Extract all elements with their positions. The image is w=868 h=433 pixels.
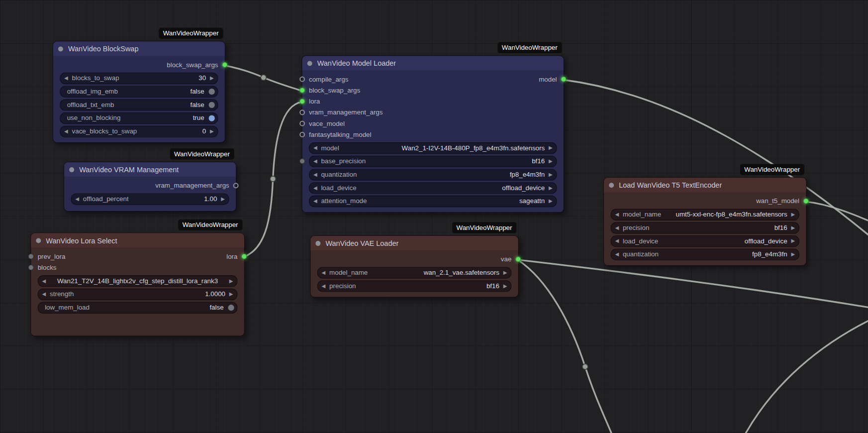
widget-load_device[interactable]: ◀load_deviceoffload_device▶ — [611, 235, 799, 246]
node-blockswap[interactable]: WanVideoWrapperWanVideo BlockSwapblock_s… — [53, 41, 225, 143]
widget-precision[interactable]: ◀precisionbf16▶ — [317, 280, 512, 292]
widget-model[interactable]: ◀modelWan2_1-I2V-14B-480P_fp8_e4m3fn.saf… — [309, 142, 557, 153]
collapse-dot-icon[interactable] — [58, 46, 63, 51]
decrement-arrow-icon[interactable]: ◀ — [611, 236, 623, 246]
next-option-arrow-icon[interactable]: ▶ — [225, 276, 237, 286]
vae-output-port[interactable] — [515, 256, 521, 262]
decrement-arrow-icon[interactable]: ◀ — [309, 196, 321, 206]
widget-model_name[interactable]: ◀model_namewan_2.1_vae.safetensors▶ — [317, 267, 512, 278]
decrement-arrow-icon[interactable]: ◀ — [309, 169, 321, 180]
increment-arrow-icon[interactable]: ▶ — [545, 183, 556, 193]
decrement-arrow-icon[interactable]: ◀ — [611, 249, 623, 259]
widget-row: ◀vace_blocks_to_swap0▶ — [60, 124, 218, 138]
widget-strength[interactable]: ◀strength1.0000▶ — [38, 288, 238, 300]
app-viewport: WanVideoWrapperWanVideo BlockSwapblock_s… — [0, 0, 868, 433]
increment-arrow-icon[interactable]: ▶ — [206, 73, 217, 83]
decrement-arrow-icon[interactable]: ◀ — [318, 267, 329, 278]
base_precision-input-port[interactable] — [299, 158, 305, 164]
widget-load_device[interactable]: ◀load_deviceoffload_device▶ — [309, 182, 557, 194]
collapse-dot-icon[interactable] — [307, 61, 312, 66]
widget-row: ◀blocks_to_swap30▶ — [60, 72, 218, 85]
toggle-knob[interactable] — [228, 305, 234, 311]
node-lora-select[interactable]: WanVideoWrapperWanVideo Lora Selectprev_… — [30, 232, 245, 336]
decrement-arrow-icon[interactable]: ◀ — [60, 126, 72, 136]
widget-offload_percent[interactable]: ◀offload_percent1.00▶ — [71, 193, 229, 205]
node-model-loader[interactable]: WanVideoWrapperWanVideo Model Loadercomp… — [302, 55, 565, 213]
widget-quantization[interactable]: ◀quantizationfp8_e4m3fn▶ — [309, 169, 557, 180]
decrement-arrow-icon[interactable]: ◀ — [318, 281, 329, 291]
graph-canvas[interactable]: WanVideoWrapperWanVideo BlockSwapblock_s… — [0, 0, 868, 433]
collapse-dot-icon[interactable] — [69, 167, 74, 172]
model-output-port[interactable] — [561, 77, 566, 82]
increment-arrow-icon[interactable]: ▶ — [787, 209, 799, 219]
block_swap_args-output-port[interactable] — [222, 62, 227, 68]
vace_model-input-port[interactable] — [299, 121, 305, 126]
collapse-dot-icon[interactable] — [609, 183, 614, 188]
reroute-dot[interactable] — [270, 176, 276, 182]
toggle-knob[interactable] — [209, 102, 215, 108]
vram_management_args-output-port[interactable] — [233, 183, 239, 188]
collapse-dot-icon[interactable] — [36, 238, 41, 243]
increment-arrow-icon[interactable]: ▶ — [499, 267, 511, 278]
fantasytalking_model-input-port[interactable] — [299, 132, 305, 137]
wan_t5_model-output-port[interactable] — [803, 198, 809, 204]
widget-vace_blocks_to_swap[interactable]: ◀vace_blocks_to_swap0▶ — [60, 125, 218, 137]
widget-offload_txt_emb[interactable]: offload_txt_embfalse — [60, 99, 218, 110]
widget-base_precision[interactable]: ◀base_precisionbf16▶ — [309, 155, 557, 167]
widget-blocks_to_swap[interactable]: ◀blocks_to_swap30▶ — [60, 72, 218, 84]
increment-arrow-icon[interactable]: ▶ — [545, 143, 556, 153]
widget-offload_img_emb[interactable]: offload_img_embfalse — [60, 86, 218, 97]
widget-label: model — [321, 144, 339, 152]
node-t5-text-encoder[interactable]: WanVideoWrapperLoad WanVideo T5 TextEnco… — [603, 177, 806, 266]
block_swap_args-input-port[interactable] — [299, 88, 305, 93]
node-ports: prev_loralorablocks — [31, 247, 244, 274]
widget-row: ◀Wan21_T2V_14B_lightx2v_cfg_step_distill… — [38, 274, 238, 288]
widget-use_non_blocking[interactable]: use_non_blockingtrue — [60, 112, 218, 123]
widget-row: ◀load_deviceoffload_device▶ — [309, 181, 557, 195]
widget-low_mem_load[interactable]: low_mem_loadfalse — [38, 302, 238, 313]
reroute-dot[interactable] — [261, 75, 266, 80]
node-type-badge: WanVideoWrapper — [178, 219, 243, 230]
node-vram-management[interactable]: WanVideoWrapperWanVideo VRAM Managementv… — [64, 162, 236, 212]
node-title: WanVideo Model Loader — [317, 59, 396, 68]
widget-row: offload_img_embfalse — [60, 85, 218, 98]
decrement-arrow-icon[interactable]: ◀ — [611, 209, 623, 219]
widget-quantization[interactable]: ◀quantizationfp8_e4m3fn▶ — [611, 248, 799, 260]
toggle-knob[interactable] — [209, 89, 215, 95]
decrement-arrow-icon[interactable]: ◀ — [72, 194, 83, 204]
collapse-dot-icon[interactable] — [315, 241, 320, 246]
decrement-arrow-icon[interactable]: ◀ — [611, 222, 623, 233]
increment-arrow-icon[interactable]: ▶ — [545, 156, 556, 166]
node-widgets: ◀blocks_to_swap30▶offload_img_embfalseof… — [53, 72, 225, 138]
decrement-arrow-icon[interactable]: ◀ — [60, 73, 72, 83]
reroute-dot[interactable] — [582, 364, 588, 369]
widget-label: low_mem_load — [38, 304, 90, 312]
decrement-arrow-icon[interactable]: ◀ — [309, 143, 321, 153]
decrement-arrow-icon[interactable]: ◀ — [309, 183, 321, 193]
increment-arrow-icon[interactable]: ▶ — [545, 196, 556, 206]
node-vae-loader[interactable]: WanVideoWrapperWanVideo VAE Loadervae◀mo… — [310, 235, 519, 298]
compile_args-input-port[interactable] — [299, 77, 305, 82]
toggle-knob[interactable] — [209, 115, 215, 121]
lora-output-port[interactable] — [241, 254, 247, 259]
prev_lora-input-port[interactable] — [28, 254, 34, 259]
increment-arrow-icon[interactable]: ▶ — [787, 249, 799, 259]
widget-model_name[interactable]: ◀model_nameumt5-xxl-enc-fp8_e4m3fn.safet… — [611, 209, 799, 220]
increment-arrow-icon[interactable]: ▶ — [217, 194, 228, 204]
decrement-arrow-icon[interactable]: ◀ — [38, 289, 50, 299]
decrement-arrow-icon[interactable]: ◀ — [309, 156, 321, 166]
lora-input-port[interactable] — [299, 99, 305, 104]
blocks-input-port[interactable] — [28, 265, 34, 270]
widget-attention_mode[interactable]: ◀attention_modesageattn▶ — [309, 195, 557, 207]
increment-arrow-icon[interactable]: ▶ — [225, 289, 237, 299]
widget-Wan21_T2V_14B_lightx2v_cfg_step_distill_lora_rank3[interactable]: ◀Wan21_T2V_14B_lightx2v_cfg_step_distill… — [38, 275, 238, 287]
increment-arrow-icon[interactable]: ▶ — [206, 126, 217, 136]
increment-arrow-icon[interactable]: ▶ — [787, 236, 799, 246]
widget-label: vace_blocks_to_swap — [72, 127, 137, 135]
widget-precision[interactable]: ◀precisionbf16▶ — [611, 222, 799, 233]
increment-arrow-icon[interactable]: ▶ — [499, 281, 511, 291]
prev-option-arrow-icon[interactable]: ◀ — [38, 276, 50, 286]
increment-arrow-icon[interactable]: ▶ — [787, 222, 799, 233]
vram_management_args-input-port[interactable] — [299, 109, 305, 115]
increment-arrow-icon[interactable]: ▶ — [545, 169, 556, 180]
